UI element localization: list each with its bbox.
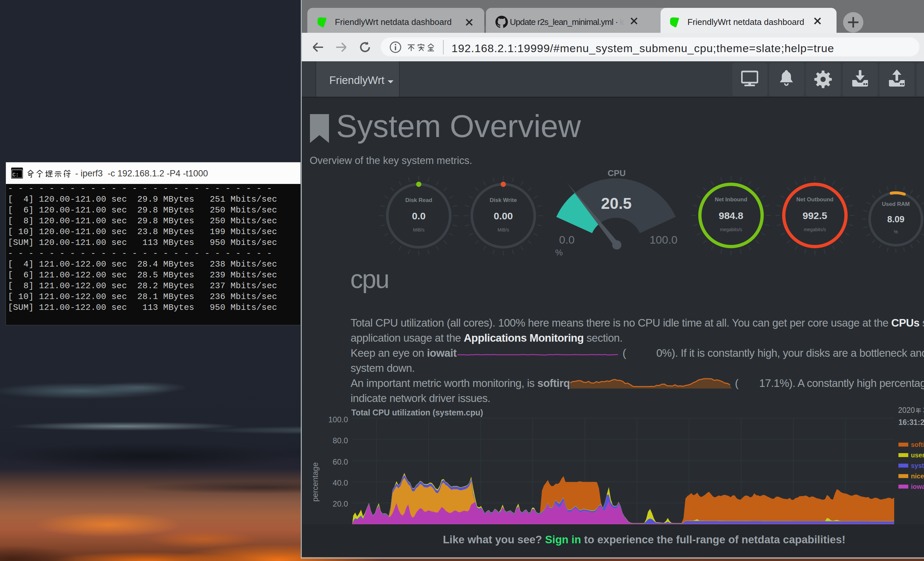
svg-text:nice: nice — [911, 472, 924, 480]
svg-text:iowait: iowait — [911, 483, 924, 490]
svg-text:system: system — [911, 462, 924, 469]
svg-text:softirq: softirq — [911, 441, 924, 448]
svg-text:2020: 2020 — [898, 406, 915, 414]
svg-text:60.0: 60.0 — [333, 457, 348, 466]
svg-text:percentage: percentage — [310, 462, 320, 502]
svg-text:80.0: 80.0 — [333, 436, 348, 445]
svg-text:user: user — [911, 451, 924, 459]
svg-text:40.0: 40.0 — [333, 478, 348, 487]
svg-text:100.0: 100.0 — [328, 415, 348, 424]
svg-text:20.0: 20.0 — [333, 499, 348, 508]
svg-text:16:31:2: 16:31:2 — [898, 418, 924, 427]
svg-text:Total CPU utilization (system.: Total CPU utilization (system.cpu) — [351, 408, 483, 417]
